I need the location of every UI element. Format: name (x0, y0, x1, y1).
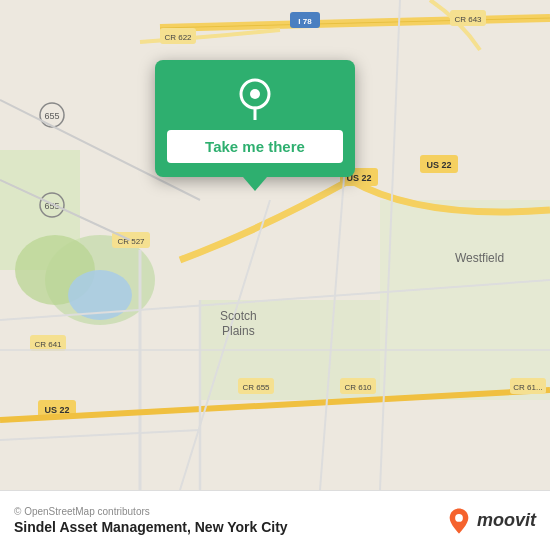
svg-text:CR 622: CR 622 (164, 33, 192, 42)
svg-rect-5 (380, 200, 550, 400)
svg-text:Westfield: Westfield (455, 251, 504, 265)
location-pin-icon (233, 76, 277, 120)
location-name: Sindel Asset Management, New York City (14, 519, 288, 535)
svg-text:CR 655: CR 655 (242, 383, 270, 392)
copyright-text: © OpenStreetMap contributors (14, 506, 288, 517)
svg-point-51 (455, 514, 463, 522)
moovit-pin-icon (445, 507, 473, 535)
svg-text:Plains: Plains (222, 324, 255, 338)
svg-text:CR 527: CR 527 (117, 237, 145, 246)
svg-text:655: 655 (44, 111, 59, 121)
svg-text:CR 610: CR 610 (344, 383, 372, 392)
svg-text:Scotch: Scotch (220, 309, 257, 323)
svg-text:CR 61...: CR 61... (513, 383, 542, 392)
svg-point-50 (250, 89, 260, 99)
svg-text:CR 643: CR 643 (454, 15, 482, 24)
svg-text:US 22: US 22 (426, 160, 451, 170)
popup-card: Take me there (155, 60, 355, 177)
bottom-bar-left: © OpenStreetMap contributors Sindel Asse… (14, 506, 288, 535)
map-container: US 22 US 22 CR 622 CR 643 I 78 655 655 C… (0, 0, 550, 490)
bottom-bar: © OpenStreetMap contributors Sindel Asse… (0, 490, 550, 550)
svg-text:CR 641: CR 641 (34, 340, 62, 349)
svg-text:I 78: I 78 (298, 17, 312, 26)
moovit-logo: moovit (445, 507, 536, 535)
moovit-text: moovit (477, 510, 536, 531)
take-me-there-button[interactable]: Take me there (167, 130, 343, 163)
